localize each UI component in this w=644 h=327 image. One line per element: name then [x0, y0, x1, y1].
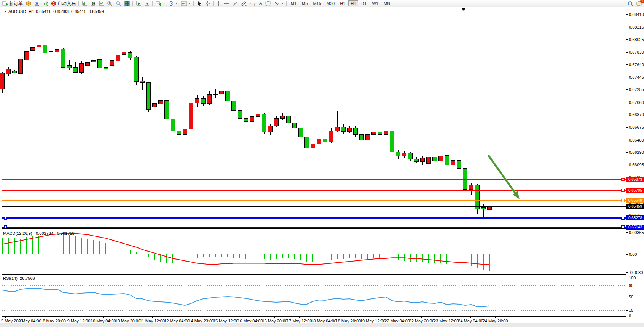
ohlc-values: 0.65411 0.65463 0.65411 0.65459 — [36, 9, 104, 14]
chart-symbol-period: AUDUSD-,H4 — [8, 9, 34, 14]
candle — [445, 154, 449, 166]
rsi-name: RSI(14) — [3, 276, 18, 281]
time-axis-label: 23 May 12:00 — [434, 319, 459, 323]
candle — [165, 100, 169, 120]
chevron-down-icon[interactable]: ▼ — [4, 10, 6, 13]
macd-signal-value: -0.001718 — [56, 231, 75, 236]
price-axis-label: 0.68025 — [629, 37, 644, 42]
rsi-axis-label: 15 — [629, 308, 633, 313]
time-axis-label: 19 May 12:00 — [360, 319, 386, 323]
line-handle[interactable] — [622, 199, 624, 202]
price-axis-label: 0.67445 — [629, 75, 644, 80]
time-axis-label: 16 May 04:00 — [238, 319, 263, 323]
price-axis-label: 0.67830 — [629, 50, 644, 54]
candle — [299, 127, 303, 139]
price-axis-label: 0.66480 — [629, 138, 644, 142]
macd-label-row: MACD(12,26,9) -0.002764 -0.001718 — [3, 231, 75, 236]
time-axis-label: 11 May 12:00 — [140, 319, 165, 323]
current-price-label: 0.65459 — [626, 204, 644, 209]
time-axis-label: 12 May 04:00 — [164, 319, 190, 323]
high-value: 0.65463 — [53, 9, 69, 14]
line-handle[interactable] — [622, 189, 624, 192]
macd-axis-label: 0.003656 — [629, 230, 644, 235]
time-axis-label: 22 May 04:00 — [384, 319, 410, 323]
time-axis-label: 18 May 20:00 — [336, 319, 361, 323]
macd-axis-label: 0.00 — [629, 252, 637, 257]
price-axis-label: 0.67640 — [629, 62, 644, 67]
macd-axis-label: -0.00307 — [629, 270, 644, 275]
price-axis-label: 0.66870 — [629, 112, 644, 117]
candle — [25, 50, 29, 61]
chart-title: ▼ AUDUSD-,H4 0.65411 0.65463 0.65411 0.6… — [4, 9, 104, 14]
candle — [488, 206, 492, 209]
price-axis-label: 0.68215 — [629, 25, 644, 29]
time-axis-label: 22 May 20:00 — [409, 319, 435, 323]
rsi-axis-label: 50 — [629, 295, 633, 299]
line-handle[interactable] — [622, 217, 624, 219]
trading-terminal-window: 新订单 自动交易 — [0, 0, 644, 327]
open-value: 0.65411 — [36, 9, 51, 14]
line-handle[interactable] — [622, 226, 624, 228]
rsi-axis-label: 0 — [629, 314, 631, 318]
level-price-label: 0.65873 — [626, 177, 644, 182]
time-axis-label: 15 May 12:00 — [213, 319, 239, 323]
candle — [226, 90, 230, 103]
price-axis-label: 0.66095 — [629, 163, 644, 167]
macd-main-value: -0.002764 — [34, 231, 53, 236]
candle — [232, 100, 236, 113]
time-axis-label: 24 May 04:00 — [458, 319, 483, 323]
candle — [262, 113, 266, 134]
time-axis-label: 17 May 12:00 — [287, 319, 312, 323]
time-axis-label: 16 May 20:00 — [262, 319, 288, 323]
time-axis-label: 9 May 12:00 — [67, 319, 91, 323]
level-price-label: 0.65705 — [626, 188, 644, 193]
close-value: 0.65459 — [89, 9, 104, 14]
line-handle[interactable] — [4, 226, 7, 228]
rsi-value: 26.7566 — [20, 276, 35, 281]
macd-name: MACD(12,26,9) — [3, 231, 32, 236]
candle — [147, 83, 151, 112]
low-value: 0.65411 — [71, 9, 86, 14]
time-axis-label: 8 May 04:00 — [18, 319, 41, 323]
candle — [390, 129, 394, 154]
rsi-axis-label: 80 — [629, 283, 633, 288]
price-axis-label: 0.66290 — [629, 150, 644, 155]
status-strip — [0, 323, 644, 327]
line-handle[interactable] — [622, 178, 624, 181]
level-price-label: 0.65143 — [626, 225, 644, 230]
level-price-label: 0.65548 — [626, 198, 644, 203]
time-axis-label: 10 May 04:00 — [91, 319, 116, 323]
time-axis-label: 14 May 23:00 — [188, 319, 214, 323]
candle — [189, 101, 193, 129]
time-axis-label: 18 May 04:00 — [311, 319, 336, 323]
main-panel[interactable] — [2, 8, 626, 228]
time-axis-label: 10 May 20:00 — [115, 319, 140, 323]
chart-canvas[interactable] — [0, 0, 644, 327]
price-axis-label: 0.68410 — [629, 12, 644, 17]
price-axis-label: 0.66675 — [629, 125, 644, 129]
time-axis-label: 8 May 20:00 — [43, 319, 66, 323]
rsi-label-row: RSI(14) 26.7566 — [3, 276, 35, 281]
line-handle[interactable] — [4, 217, 7, 219]
level-price-label: 0.65278 — [626, 215, 644, 220]
price-axis-label: 0.67060 — [629, 100, 644, 105]
candle — [61, 48, 65, 68]
rsi-axis-label: 100 — [629, 276, 636, 280]
candle — [134, 56, 139, 85]
time-axis-label: 24 May 20:00 — [483, 319, 508, 323]
price-axis-label: 0.67255 — [629, 87, 644, 92]
